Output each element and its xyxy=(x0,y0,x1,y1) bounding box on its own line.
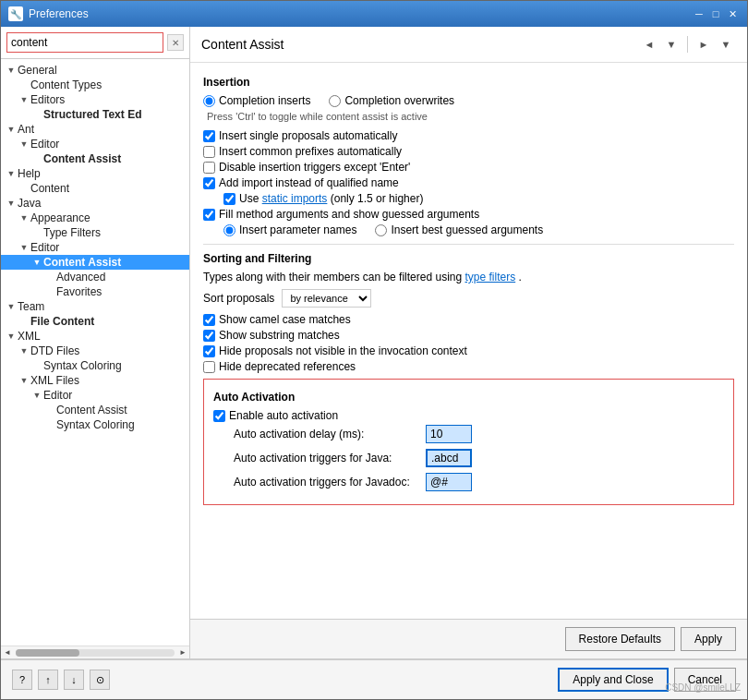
toggle-editor-ant[interactable]: ▼ xyxy=(18,139,30,149)
tree-item-advanced[interactable]: Advanced xyxy=(1,270,189,284)
watermark: CSDN @smileLLZ xyxy=(665,682,741,693)
nav-back-dropdown[interactable]: ▼ xyxy=(661,34,682,54)
scroll-thumb[interactable] xyxy=(16,649,79,657)
scroll-track[interactable] xyxy=(16,649,175,657)
cb-hide-deprecated-label: Hide deprecated references xyxy=(219,360,356,373)
apply-button[interactable]: Apply xyxy=(681,627,736,651)
tree-item-syntax-coloring-dtd[interactable]: Syntax Coloring xyxy=(1,358,189,373)
tree-item-type-filters[interactable]: Type Filters xyxy=(1,225,189,240)
cb-add-import-input[interactable] xyxy=(203,177,215,189)
search-input[interactable] xyxy=(6,32,163,53)
field-label-javadoc: Auto activation triggers for Javadoc: xyxy=(234,476,418,489)
cb-hide-not-visible[interactable]: Hide proposals not visible in the invoca… xyxy=(203,344,734,357)
tree-item-content-types[interactable]: Content Types xyxy=(1,78,189,92)
cb-hide-deprecated-input[interactable] xyxy=(203,361,215,373)
toggle-ant[interactable]: ▼ xyxy=(5,125,18,134)
radio-insert-param-names[interactable]: Insert parameter names xyxy=(223,223,356,236)
tree-item-editor-xml[interactable]: ▼ Editor xyxy=(1,388,189,403)
nav-back-button[interactable]: ◄ xyxy=(639,34,659,54)
cb-hide-deprecated[interactable]: Hide deprecated references xyxy=(203,360,734,373)
tree-item-team[interactable]: ▼ Team xyxy=(1,299,189,314)
type-filters-link[interactable]: type filters xyxy=(464,271,515,284)
radio-completion-inserts[interactable]: Completion inserts xyxy=(203,94,310,107)
toggle-editor-xml[interactable]: ▼ xyxy=(30,391,43,400)
tree-item-editor-ant[interactable]: ▼ Editor xyxy=(1,137,189,151)
cb-disable-triggers-input[interactable] xyxy=(203,162,215,174)
tree-item-java[interactable]: ▼ Java xyxy=(1,196,189,211)
tree-item-file-content[interactable]: File Content xyxy=(1,314,189,329)
toggle-team[interactable]: ▼ xyxy=(5,302,18,311)
toggle-appearance[interactable]: ▼ xyxy=(18,213,30,223)
tree-item-editor-java[interactable]: ▼ Editor xyxy=(1,240,189,255)
scroll-right-arrow[interactable]: ► xyxy=(176,646,189,659)
toggle-xml[interactable]: ▼ xyxy=(5,332,18,341)
minimize-button[interactable]: ─ xyxy=(692,6,706,21)
left-pane: ✕ ▼ General Content Types xyxy=(1,27,190,658)
cb-common-prefixes[interactable]: Insert common prefixes automatically xyxy=(203,145,734,158)
maximize-button[interactable]: □ xyxy=(708,6,723,21)
toggle-ca-java[interactable]: ▼ xyxy=(30,258,43,267)
tree-item-syntax-coloring-xml[interactable]: Syntax Coloring xyxy=(1,417,189,432)
field-input-java[interactable] xyxy=(426,449,472,467)
tree-item-xml-files[interactable]: ▼ XML Files xyxy=(1,373,189,388)
cb-single-proposals[interactable]: Insert single proposals automatically xyxy=(203,129,734,142)
toggle-editors[interactable]: ▼ xyxy=(18,95,30,104)
nav-forward-dropdown[interactable]: ▼ xyxy=(716,34,736,54)
cb-static-imports[interactable]: Use static imports (only 1.5 or higher) xyxy=(223,192,734,205)
nav-forward-button[interactable]: ► xyxy=(694,34,714,54)
tree-item-xml[interactable]: ▼ XML xyxy=(1,329,189,344)
tree-item-general[interactable]: ▼ General xyxy=(1,63,189,78)
radio-best-guessed-input[interactable] xyxy=(375,224,387,236)
sort-select[interactable]: by relevance alphabetically xyxy=(282,289,371,308)
tree-item-content-assist-ant[interactable]: Content Assist xyxy=(1,151,189,166)
search-clear-button[interactable]: ✕ xyxy=(167,34,184,51)
cb-static-imports-input[interactable] xyxy=(223,193,235,205)
cb-substring-matches-input[interactable] xyxy=(203,330,215,342)
tree-item-dtd-files[interactable]: ▼ DTD Files xyxy=(1,344,189,358)
tree-item-help[interactable]: ▼ Help xyxy=(1,166,189,181)
toggle-help[interactable]: ▼ xyxy=(5,169,18,178)
toggle-xml-files[interactable]: ▼ xyxy=(18,376,30,385)
tree-item-editors[interactable]: ▼ Editors xyxy=(1,92,189,107)
toggle-java[interactable]: ▼ xyxy=(5,199,18,208)
cb-disable-triggers[interactable]: Disable insertion triggers except 'Enter… xyxy=(203,161,734,174)
help-icon[interactable]: ? xyxy=(12,670,32,690)
field-input-delay[interactable] xyxy=(426,425,472,443)
tree-scrollbar[interactable]: ◄ ► xyxy=(1,646,189,658)
tree-item-appearance[interactable]: ▼ Appearance xyxy=(1,211,189,225)
cb-enable-auto-input[interactable] xyxy=(213,410,225,422)
import-icon[interactable]: ↓ xyxy=(64,670,84,690)
restore-defaults-button[interactable]: Restore Defaults xyxy=(565,627,675,651)
close-button[interactable]: ✕ xyxy=(725,6,740,21)
toggle-general[interactable]: ▼ xyxy=(5,66,18,75)
cb-single-proposals-input[interactable] xyxy=(203,130,215,142)
cb-camel-case[interactable]: Show camel case matches xyxy=(203,313,734,326)
toggle-dtd-files[interactable]: ▼ xyxy=(18,346,30,356)
field-input-javadoc[interactable] xyxy=(426,473,472,491)
cb-substring-matches[interactable]: Show substring matches xyxy=(203,329,734,342)
toggle-editor-java[interactable]: ▼ xyxy=(18,243,30,252)
radio-completion-inserts-input[interactable] xyxy=(203,95,215,107)
tree-item-ant[interactable]: ▼ Ant xyxy=(1,122,189,137)
radio-completion-overwrites-input[interactable] xyxy=(329,95,341,107)
cb-fill-method-input[interactable] xyxy=(203,209,215,221)
settings-icon[interactable]: ⊙ xyxy=(90,670,110,690)
tree-item-structured-text[interactable]: Structured Text Ed xyxy=(1,107,189,122)
cb-enable-auto[interactable]: Enable auto activation xyxy=(213,409,724,422)
cb-hide-not-visible-input[interactable] xyxy=(203,345,215,357)
cb-camel-case-input[interactable] xyxy=(203,314,215,326)
tree-item-content-assist-java[interactable]: ▼ Content Assist xyxy=(1,255,189,270)
apply-and-close-button[interactable]: Apply and Close xyxy=(558,668,668,692)
tree-item-content-help[interactable]: Content xyxy=(1,181,189,196)
scroll-left-arrow[interactable]: ◄ xyxy=(1,646,14,659)
export-icon[interactable]: ↑ xyxy=(38,670,58,690)
tree-item-content-assist-xml[interactable]: Content Assist xyxy=(1,403,189,417)
static-imports-link[interactable]: static imports xyxy=(262,192,328,205)
cb-fill-method[interactable]: Fill method arguments and show guessed a… xyxy=(203,208,734,221)
tree-item-favorites[interactable]: Favorites xyxy=(1,284,189,299)
cb-add-import[interactable]: Add import instead of qualified name xyxy=(203,176,734,189)
radio-completion-overwrites[interactable]: Completion overwrites xyxy=(329,94,454,107)
cb-common-prefixes-input[interactable] xyxy=(203,146,215,158)
radio-best-guessed[interactable]: Insert best guessed arguments xyxy=(375,223,543,236)
radio-insert-param-names-input[interactable] xyxy=(223,224,235,236)
